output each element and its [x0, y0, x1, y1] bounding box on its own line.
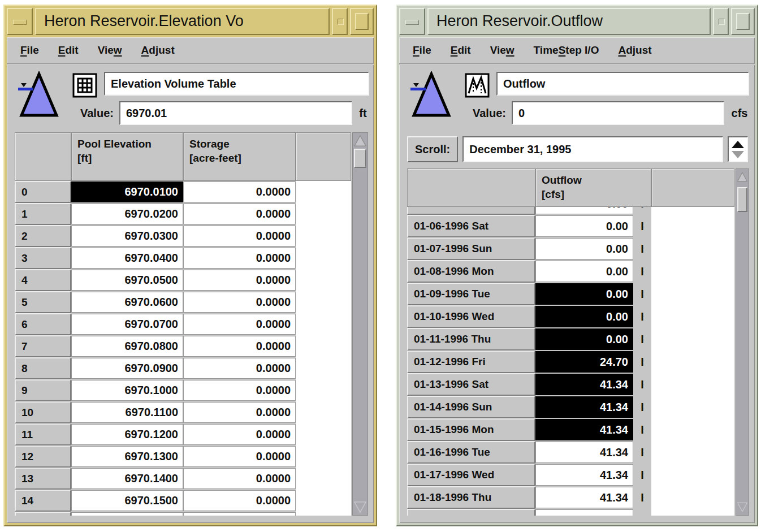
minimize-button[interactable] [332, 8, 348, 35]
pool-elevation-cell[interactable]: 6970.0300 [71, 226, 183, 246]
outflow-cell[interactable]: 41.34 [535, 442, 633, 463]
row-header[interactable] [407, 509, 535, 516]
row-header[interactable]: 13 [15, 468, 71, 490]
row-header[interactable]: 01-15-1996 Mon [407, 418, 535, 441]
row-header[interactable]: 01-06-1996 Sat [407, 215, 535, 237]
storage-cell[interactable]: 0.0000 [183, 204, 296, 224]
storage-cell[interactable]: 0.0000 [183, 380, 296, 401]
row-header[interactable]: 01-13-1996 Sat [407, 373, 535, 396]
slot-name-field[interactable]: Outflow [496, 72, 749, 96]
scrollbar-thumb[interactable] [354, 149, 366, 168]
storage-cell[interactable]: 0.0000 [183, 446, 296, 467]
window-menu-button[interactable] [7, 8, 33, 35]
row-header[interactable]: 01-11-1996 Thu [407, 328, 535, 351]
pool-elevation-cell[interactable]: 6970.0500 [71, 270, 183, 291]
pool-elevation-cell[interactable]: 6970.0200 [71, 204, 183, 224]
menu-view[interactable]: View [98, 44, 122, 57]
storage-cell[interactable] [183, 512, 296, 516]
pool-elevation-cell[interactable]: 6970.0900 [71, 358, 183, 379]
menu-adjust[interactable]: Adjust [141, 44, 175, 57]
pool-elevation-cell[interactable]: 6970.1000 [71, 380, 183, 401]
storage-cell[interactable]: 0.0000 [183, 336, 296, 357]
maximize-button[interactable] [731, 8, 755, 35]
outflow-cell[interactable]: 41.34 [535, 396, 633, 418]
outflow-cell[interactable] [535, 509, 633, 516]
pool-elevation-cell[interactable]: 6970.1400 [71, 468, 183, 489]
outflow-cell[interactable]: 0.00 [535, 328, 633, 350]
row-header[interactable]: 01-12-1996 Fri [407, 351, 535, 373]
storage-cell[interactable]: 0.0000 [183, 248, 296, 269]
row-header[interactable]: 01-09-1996 Tue [407, 283, 535, 305]
maximize-button[interactable] [350, 8, 374, 35]
row-header[interactable]: 12 [15, 446, 71, 468]
value-field[interactable]: 0 [512, 101, 724, 125]
vertical-scrollbar[interactable] [352, 132, 368, 516]
outflow-cell[interactable]: 0.00 [535, 306, 633, 327]
menu-file[interactable]: File [20, 44, 39, 57]
pool-elevation-cell[interactable]: 6970.0600 [71, 292, 183, 313]
row-header[interactable]: 4 [15, 269, 71, 291]
storage-cell[interactable]: 0.0000 [183, 468, 296, 489]
pool-elevation-cell[interactable]: 6970.0100 [71, 181, 183, 202]
outflow-cell[interactable]: 41.34 [535, 419, 633, 440]
row-header[interactable]: 01-17-1996 Wed [407, 464, 535, 486]
scrollbar-down-icon[interactable] [736, 500, 749, 514]
scrollbar-up-icon[interactable] [353, 133, 367, 148]
row-header[interactable]: 01-16-1996 Tue [407, 441, 535, 464]
pool-elevation-cell[interactable]: 6970.1100 [71, 402, 183, 423]
outflow-cell[interactable]: 0.00 [535, 238, 633, 259]
row-header[interactable]: 01-18-1996 Thu [407, 486, 535, 509]
vertical-scrollbar[interactable] [736, 168, 749, 516]
menu-adjust[interactable]: Adjust [618, 44, 651, 57]
pool-elevation-cell[interactable]: 6970.0700 [71, 314, 183, 335]
row-header[interactable]: 01-10-1996 Wed [407, 305, 535, 328]
scroll-button[interactable]: Scroll: [407, 136, 458, 162]
storage-cell[interactable]: 0.0000 [183, 226, 296, 246]
pool-elevation-cell[interactable] [71, 512, 183, 516]
date-field[interactable]: December 31, 1995 [462, 136, 723, 162]
storage-cell[interactable]: 0.0000 [183, 292, 296, 313]
storage-cell[interactable]: 0.0000 [183, 314, 296, 335]
menu-timestep-i-o[interactable]: TimeStep I/O [534, 44, 599, 57]
row-header[interactable]: 11 [15, 423, 71, 446]
row-header[interactable]: 01-05-1996 Fri [407, 207, 535, 215]
row-header[interactable] [15, 512, 71, 516]
pool-elevation-cell[interactable]: 6970.1500 [71, 490, 183, 511]
row-header[interactable]: 01-08-1996 Mon [407, 260, 535, 283]
outflow-cell[interactable]: 41.34 [535, 374, 633, 395]
scrollbar-up-icon[interactable] [736, 170, 749, 184]
menu-edit[interactable]: Edit [58, 44, 79, 57]
pool-elevation-cell[interactable]: 6970.1200 [71, 424, 183, 445]
row-header[interactable]: 8 [15, 357, 71, 379]
storage-cell[interactable]: 0.0000 [183, 270, 296, 291]
row-header[interactable]: 9 [15, 379, 71, 401]
row-header[interactable]: 01-07-1996 Sun [407, 237, 535, 260]
storage-cell[interactable]: 0.0000 [183, 358, 296, 379]
outflow-cell[interactable]: 0.00 [535, 261, 633, 282]
outflow-cell[interactable]: 41.34 [535, 487, 633, 508]
value-field[interactable]: 6970.01 [119, 101, 352, 125]
row-header[interactable]: 0 [15, 181, 71, 203]
outflow-cell[interactable]: 24.70 [535, 351, 633, 373]
storage-cell[interactable]: 0.0000 [183, 424, 296, 445]
outflow-cell[interactable]: 0.00 [535, 207, 633, 214]
row-header[interactable]: 14 [15, 490, 71, 512]
spinner-down-icon[interactable] [732, 151, 744, 158]
row-header[interactable]: 3 [15, 247, 71, 269]
row-header[interactable]: 5 [15, 291, 71, 313]
pool-elevation-cell[interactable]: 6970.0800 [71, 336, 183, 357]
scrollbar-thumb[interactable] [737, 187, 747, 212]
pool-elevation-cell[interactable]: 6970.0400 [71, 248, 183, 269]
minimize-button[interactable] [713, 8, 729, 35]
storage-cell[interactable]: 0.0000 [183, 402, 296, 423]
window-menu-button[interactable] [399, 8, 425, 35]
pool-elevation-cell[interactable]: 6970.1300 [71, 446, 183, 467]
outflow-cell[interactable]: 0.00 [535, 283, 633, 305]
row-header[interactable]: 01-14-1996 Sun [407, 396, 535, 418]
table-slot-icon[interactable] [72, 73, 97, 98]
storage-cell[interactable]: 0.0000 [183, 490, 296, 511]
row-header[interactable]: 7 [15, 335, 71, 357]
spinner-up-icon[interactable] [732, 141, 744, 148]
menu-edit[interactable]: Edit [451, 44, 471, 57]
storage-cell[interactable]: 0.0000 [183, 181, 296, 202]
